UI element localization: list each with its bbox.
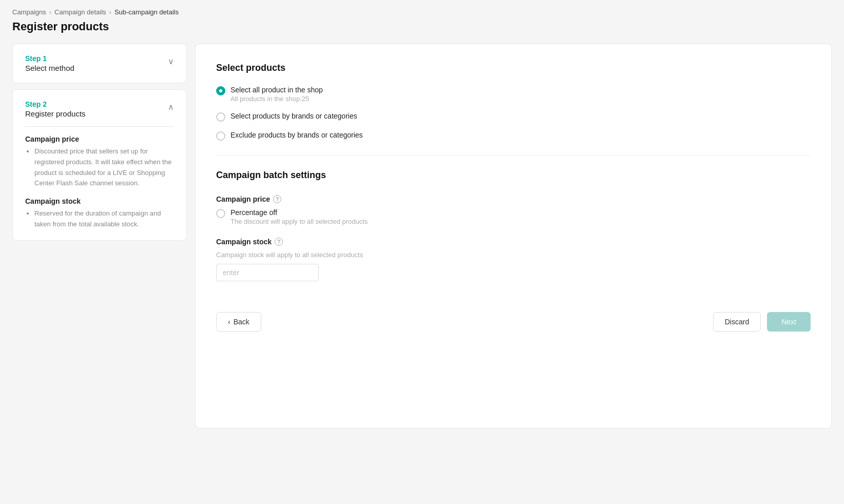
step2-card: Step 2 Register products ∧ Campaign pric… bbox=[12, 89, 187, 241]
back-button[interactable]: ‹ Back bbox=[216, 312, 261, 332]
back-chevron-icon: ‹ bbox=[228, 318, 231, 326]
step2-name: Register products bbox=[25, 109, 86, 118]
percentage-off-label: Percentage off bbox=[231, 208, 368, 217]
breadcrumb-sep1: › bbox=[49, 8, 51, 16]
campaign-price-item: Discounted price that sellers set up for… bbox=[34, 146, 174, 189]
radio-brands-label-group: Select products by brands or categories bbox=[231, 112, 357, 120]
radio-brands-label: Select products by brands or categories bbox=[231, 112, 357, 120]
main-content: Select products Select all product in th… bbox=[195, 44, 832, 429]
radio-all-option: Select all product in the shop All produ… bbox=[216, 86, 811, 103]
campaign-price-info: Campaign price Discounted price that sel… bbox=[25, 135, 174, 189]
breadcrumb-sep2: › bbox=[109, 8, 111, 16]
breadcrumb: Campaigns › Campaign details › Sub-campa… bbox=[12, 8, 832, 16]
campaign-price-help-icon[interactable]: ? bbox=[273, 195, 281, 203]
breadcrumb-campaigns[interactable]: Campaigns bbox=[12, 8, 46, 16]
campaign-price-title: Campaign price bbox=[25, 135, 174, 143]
radio-exclude-input[interactable] bbox=[216, 131, 225, 141]
percentage-off-radio[interactable] bbox=[216, 209, 225, 218]
campaign-stock-title: Campaign stock bbox=[25, 197, 174, 205]
step1-chevron-icon: ∨ bbox=[168, 56, 174, 66]
batch-settings-title: Campaign batch settings bbox=[216, 170, 811, 181]
campaign-price-label-text: Campaign price bbox=[216, 195, 270, 203]
step1-header[interactable]: Step 1 Select method ∨ bbox=[25, 54, 174, 72]
percentage-off-option: Percentage off The discount will apply t… bbox=[216, 208, 811, 225]
section-separator bbox=[216, 155, 811, 156]
stock-input[interactable] bbox=[216, 264, 319, 281]
percentage-off-label-group: Percentage off The discount will apply t… bbox=[231, 208, 368, 225]
radio-exclude-label: Exclude products by brands or categories bbox=[231, 131, 363, 139]
page-title: Register products bbox=[12, 20, 832, 33]
right-buttons: Discard Next bbox=[713, 312, 811, 332]
campaign-stock-help-icon[interactable]: ? bbox=[275, 238, 283, 246]
footer-actions: ‹ Back Discard Next bbox=[216, 312, 811, 332]
campaign-stock-info: Campaign stock Reserved for the duration… bbox=[25, 197, 174, 230]
next-button[interactable]: Next bbox=[767, 312, 811, 332]
percentage-off-sub: The discount will apply to all selected … bbox=[231, 218, 368, 225]
breadcrumb-sub-campaign: Sub-campaign details bbox=[114, 8, 179, 16]
step2-divider bbox=[25, 126, 174, 127]
back-label: Back bbox=[234, 318, 250, 326]
radio-exclude-label-group: Exclude products by brands or categories bbox=[231, 131, 363, 139]
step2-number: Step 2 bbox=[25, 100, 86, 108]
radio-brands-option: Select products by brands or categories bbox=[216, 112, 811, 122]
step2-header[interactable]: Step 2 Register products ∧ bbox=[25, 100, 174, 118]
radio-all-input[interactable] bbox=[216, 86, 225, 95]
radio-all-label-group: Select all product in the shop All produ… bbox=[231, 86, 323, 103]
campaign-stock-item: Reserved for the duration of campaign an… bbox=[34, 208, 174, 230]
campaign-stock-label-text: Campaign stock bbox=[216, 238, 272, 246]
step1-card: Step 1 Select method ∨ bbox=[12, 44, 187, 83]
step2-chevron-icon: ∧ bbox=[168, 102, 174, 112]
radio-brands-input[interactable] bbox=[216, 112, 225, 122]
campaign-price-field: Campaign price ? Percentage off The disc… bbox=[216, 195, 811, 225]
campaign-stock-field-label: Campaign stock ? bbox=[216, 238, 811, 246]
campaign-stock-field: Campaign stock ? Campaign stock will app… bbox=[216, 238, 811, 281]
radio-exclude-option: Exclude products by brands or categories bbox=[216, 131, 811, 141]
step1-name: Select method bbox=[25, 64, 74, 72]
sidebar: Step 1 Select method ∨ Step 2 Register p… bbox=[12, 44, 187, 247]
select-products-title: Select products bbox=[216, 63, 811, 73]
breadcrumb-campaign-details[interactable]: Campaign details bbox=[54, 8, 106, 16]
campaign-stock-sub: Campaign stock will apply to all selecte… bbox=[216, 251, 811, 259]
discard-button[interactable]: Discard bbox=[713, 312, 761, 332]
radio-all-sub: All products in the shop:25 bbox=[231, 95, 323, 103]
step1-number: Step 1 bbox=[25, 54, 74, 63]
campaign-price-list: Discounted price that sellers set up for… bbox=[25, 146, 174, 189]
campaign-stock-list: Reserved for the duration of campaign an… bbox=[25, 208, 174, 230]
campaign-price-label: Campaign price ? bbox=[216, 195, 811, 203]
radio-all-label: Select all product in the shop bbox=[231, 86, 323, 94]
